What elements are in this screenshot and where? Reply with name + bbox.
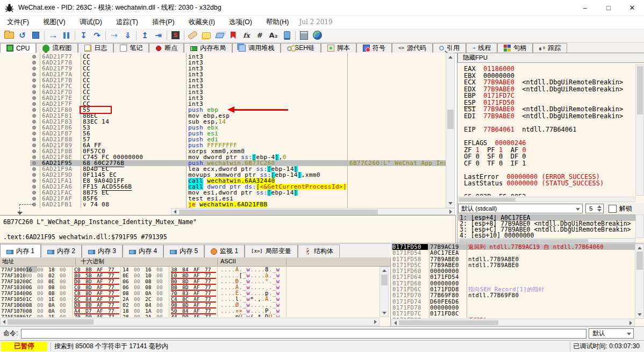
- dump-tab-内存 2[interactable]: 内存 2: [41, 245, 82, 257]
- breakpoint-dot[interactable]: [32, 167, 36, 171]
- registers-vscroll-thumb[interactable]: [637, 66, 643, 114]
- memory-hscrollbar[interactable]: [0, 318, 380, 326]
- memory-vscroll-thumb[interactable]: [381, 275, 388, 285]
- help-icon[interactable]: [311, 30, 324, 41]
- assemble-icon[interactable]: A₂: [267, 30, 280, 41]
- spin-down-arrow[interactable]: [597, 209, 602, 212]
- tab-符号[interactable]: 符号: [356, 43, 392, 53]
- stack-arguments-list[interactable]: 1: [esp+4] A0C17EEA2: [esp+8] 77B9ABE0 <…: [458, 214, 635, 239]
- argument-depth-stepper[interactable]: 5: [585, 204, 604, 213]
- breakpoint-dot[interactable]: [32, 149, 36, 153]
- tab-引用[interactable]: 引用: [433, 43, 466, 53]
- hash-icon[interactable]: #: [253, 30, 267, 41]
- menu-item[interactable]: 调试(D): [73, 18, 109, 27]
- breakpoint-dot[interactable]: [32, 73, 36, 76]
- menu-item[interactable]: 选项(O): [222, 18, 259, 27]
- close-button[interactable]: ✕: [620, 0, 644, 15]
- breakpoint-dot[interactable]: [32, 108, 36, 112]
- memory-row[interactable]: 77AF104006000800C88DAF7708000A007083AF77…: [0, 290, 380, 296]
- dump-tab-监视 1[interactable]: 监视 1: [204, 245, 245, 257]
- registers-pane[interactable]: 隐藏FPU EAX 01186000EBX 00000000ECX 77B9AB…: [457, 53, 644, 243]
- menu-item[interactable]: 插件(P): [145, 18, 182, 27]
- step-out-icon[interactable]: ↥: [138, 30, 152, 41]
- memory-hscroll-thumb[interactable]: [8, 319, 94, 325]
- breakpoint-dot[interactable]: [32, 138, 36, 141]
- breakpoint-dot[interactable]: [32, 185, 36, 189]
- run-to-user-module-icon[interactable]: ⇥: [152, 30, 165, 41]
- tab-断点[interactable]: 断点: [149, 43, 184, 53]
- scroll-up-arrow[interactable]: [638, 247, 642, 249]
- breakpoint-dot[interactable]: [32, 84, 36, 88]
- dump-tab-结构体[interactable]: 结构体: [298, 245, 340, 257]
- stack-row[interactable]: 0171FD640171FD54: [391, 274, 635, 280]
- scroll-left-arrow[interactable]: [394, 321, 397, 325]
- settings-icon[interactable]: S: [169, 30, 182, 41]
- hide-fpu-button[interactable]: 隐藏FPU: [457, 53, 644, 63]
- disasm-row[interactable]: 6AD21FB1∨ 74 08je wechatwin.6AD21FBB: [0, 202, 446, 207]
- breakpoint-dot[interactable]: [32, 55, 36, 59]
- registers-hscrollbar[interactable]: [458, 197, 635, 202]
- tab-调用堆栈[interactable]: 调用堆栈: [232, 43, 281, 53]
- scroll-left-arrow[interactable]: [3, 320, 5, 324]
- breakpoint-dot[interactable]: [32, 173, 36, 177]
- menu-item[interactable]: 视图(V): [36, 18, 73, 27]
- disassembly-pane[interactable]: 6AD21F77CCint36AD21F78CCint36AD21F79CCin…: [0, 53, 455, 215]
- step-into-icon[interactable]: ↧: [77, 30, 90, 41]
- unlock-checkbox[interactable]: [609, 205, 617, 213]
- tab-SEH链[interactable]: SEH链: [281, 43, 321, 53]
- breakpoint-dot[interactable]: [32, 102, 36, 106]
- memory-dump-pane[interactable]: 地址 十六进制 ASCII 77AF100016001800C08BAF7714…: [0, 257, 391, 326]
- tab-跟踪[interactable]: 跟踪: [533, 43, 567, 53]
- tab-日志[interactable]: 日志: [78, 43, 113, 53]
- dump-tab-内存 3[interactable]: 内存 3: [82, 245, 123, 257]
- breakpoint-dot[interactable]: [32, 67, 36, 70]
- stack-row[interactable]: 0171FD7077B69F80ntdll.77B69F80: [391, 292, 635, 298]
- memory-row[interactable]: 77AF100016001800C08BAF77140016003884AF77…: [0, 267, 380, 272]
- scroll-down-arrow[interactable]: [448, 202, 453, 205]
- stack-vscrollbar[interactable]: [635, 244, 644, 319]
- registers-vscrollbar[interactable]: [635, 64, 644, 196]
- stack-row[interactable]: 0171FD6000000000: [391, 268, 635, 274]
- restart-icon[interactable]: ↺: [16, 30, 29, 41]
- stack-row[interactable]: 0171FD5C77B9ABE0ntdll.77B9ABE0: [391, 262, 635, 268]
- scroll-up-arrow[interactable]: [448, 56, 453, 59]
- disasm-vscroll-thumb[interactable]: [447, 110, 454, 129]
- memory-row[interactable]: 77AF10200C000E00D08DAF7706000800B08DAF77…: [0, 278, 380, 284]
- attach-icon[interactable]: [280, 30, 294, 41]
- tab-脚本[interactable]: 脚本: [321, 43, 356, 53]
- execute-till-return-icon[interactable]: ⇓: [121, 30, 134, 41]
- memory-row[interactable]: 77AF101000000200805BAF770E001000E08DAF77…: [0, 272, 380, 278]
- function-icon[interactable]: fx: [240, 30, 253, 41]
- stack-row[interactable]: 0171FD74D60FE6D6: [391, 299, 635, 305]
- comment-icon[interactable]: [199, 30, 213, 41]
- stack-hscrollbar[interactable]: [391, 319, 635, 326]
- command-input[interactable]: [21, 329, 586, 339]
- memory-vscrollbar[interactable]: [380, 267, 389, 317]
- tab-线程[interactable]: →线程: [466, 43, 497, 53]
- memory-row[interactable]: 77AF107008000A00A4D7AF7718001A005084AF77…: [0, 308, 380, 314]
- breakpoint-dot[interactable]: [32, 197, 36, 200]
- breakpoint-dot[interactable]: [32, 132, 36, 135]
- stack-row[interactable]: 0171FD7C0171FD8C: [391, 311, 635, 317]
- open-file-icon[interactable]: [2, 30, 16, 41]
- memory-row[interactable]: 77AF106008000A00D88BAF7702000400988DAF77…: [0, 302, 380, 308]
- tab-源代码[interactable]: <>源代码: [392, 43, 433, 53]
- arguments-hscrollbar[interactable]: [458, 238, 635, 243]
- run-icon[interactable]: →: [46, 30, 60, 41]
- breakpoint-dot[interactable]: [32, 114, 36, 118]
- arguments-vscrollbar[interactable]: [635, 214, 644, 238]
- breakpoint-dot[interactable]: [32, 90, 36, 94]
- step-over-icon[interactable]: ↷: [90, 30, 104, 41]
- memory-row[interactable]: 77AF10501C001E006C84AF772A002C00C48CAF77…: [0, 296, 380, 302]
- stack-row[interactable]: 0171FD5077B9AC19返回到 ntdll.77B9AC19 自 ntd…: [391, 244, 635, 250]
- arguments-hscroll-thumb[interactable]: [459, 239, 588, 242]
- dump-tab-内存 1[interactable]: 内存 1: [0, 244, 41, 258]
- scroll-right-arrow[interactable]: [629, 321, 632, 325]
- scroll-right-arrow[interactable]: [449, 210, 452, 214]
- breakpoint-dot[interactable]: [32, 120, 36, 124]
- command-type-select[interactable]: 默认: [589, 328, 634, 339]
- minimize-button[interactable]: –: [573, 0, 597, 15]
- label-icon[interactable]: [213, 30, 226, 41]
- menu-item[interactable]: 文件(F): [0, 18, 36, 27]
- patch-icon[interactable]: [186, 30, 199, 41]
